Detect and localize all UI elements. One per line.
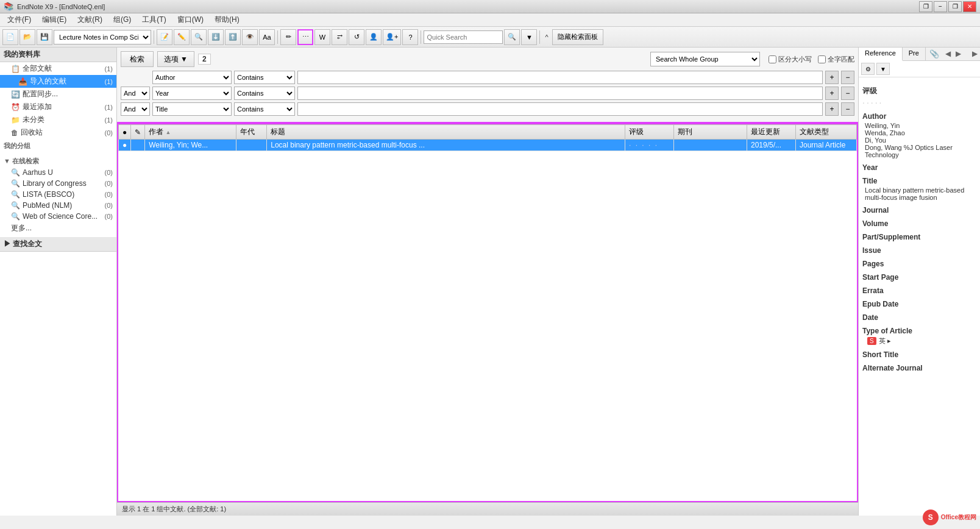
col-author[interactable]: 作者 ▲ — [145, 125, 236, 140]
hide-panel-btn[interactable]: 隐藏检索面板 — [552, 29, 603, 45]
results-area: ● ✎ 作者 ▲ 年代 标题 评级 期刊 最近更新 文献类型 ● — [117, 123, 858, 502]
case-sensitive-checkbox[interactable] — [769, 55, 776, 63]
find-replace-btn[interactable]: ⋯ — [297, 29, 313, 45]
col-type[interactable]: 文献类型 — [796, 125, 857, 140]
help-btn[interactable]: ? — [402, 29, 418, 45]
panel-arrow-left[interactable]: ◀ — [943, 48, 953, 60]
window-restore-btn[interactable]: ❐ — [919, 1, 932, 12]
quick-search-input[interactable] — [424, 30, 503, 44]
window-min-btn[interactable]: − — [934, 1, 947, 12]
row-journal — [674, 140, 747, 151]
match-btn[interactable]: ⥂ — [332, 29, 347, 45]
col-rating[interactable]: 评级 — [625, 125, 674, 140]
imported-label: 导入的文献 — [30, 76, 66, 87]
sidebar-item-all-refs[interactable]: 📋 全部文献 (1) — [0, 62, 116, 75]
search-value-1[interactable] — [297, 71, 823, 84]
menu-window[interactable]: 窗口(W) — [172, 13, 208, 26]
search-operator-2[interactable]: Contains — [234, 87, 295, 100]
export-btn[interactable]: ⬆️ — [225, 29, 241, 45]
title-field-value: Local binary pattern metric-based multi-… — [862, 186, 976, 201]
right-panel-toolbar: ⚙ ▼ — [859, 61, 980, 77]
search-remove-3-btn[interactable]: − — [841, 102, 854, 116]
search-option-btn[interactable]: 选项 ▼ — [157, 51, 194, 67]
tab-preview[interactable]: Pre — [903, 48, 926, 60]
menu-edit[interactable]: 编辑(E) — [37, 13, 71, 26]
sidebar-item-more[interactable]: 更多... — [0, 222, 116, 235]
col-updated[interactable]: 最近更新 — [747, 125, 796, 140]
search-remove-2-btn[interactable]: − — [841, 87, 854, 100]
user2-btn[interactable]: 👤+ — [383, 29, 401, 45]
sidebar-item-imported[interactable]: 📥 导入的文献 (1) — [0, 75, 116, 88]
toolbar: 📄 📂 💾 Lecture Notes in Comp Sci 📝 ✏️ 🔍 ⬇… — [0, 27, 980, 48]
sidebar-item-trash[interactable]: 🗑 回收站 (0) — [0, 126, 116, 139]
search-icon-btn[interactable]: 🔍 — [504, 29, 520, 45]
edit-ref-btn[interactable]: ✏️ — [174, 29, 190, 45]
right-panel-tabs: Reference Pre 📎 ◀ ▶ ▶ — [859, 48, 980, 61]
window-close-btn[interactable]: ✕ — [963, 1, 976, 12]
menu-group[interactable]: 组(G) — [108, 13, 136, 26]
search-field-1[interactable]: Author — [152, 71, 232, 84]
row-flag: ● — [119, 140, 131, 151]
search-value-2[interactable] — [297, 87, 823, 100]
sidebar-item-aarhus[interactable]: 🔍 Aarhus U (0) — [0, 167, 116, 178]
search-remove-1-btn[interactable]: − — [841, 71, 854, 84]
search-execute-btn[interactable]: 检索 — [121, 51, 154, 67]
office-watermark: S Office教程网 — [923, 509, 976, 525]
sidebar-item-sync[interactable]: 🔄 配置同步... — [0, 88, 116, 101]
search-value-3[interactable] — [297, 102, 823, 116]
open-library-btn[interactable]: 📂 — [20, 29, 35, 45]
sidebar-item-lista[interactable]: 🔍 LISTA (EBSCO) (0) — [0, 189, 116, 200]
panel-expand[interactable]: ▶ — [970, 48, 980, 60]
panel-arrow-right[interactable]: ▶ — [953, 48, 964, 60]
col-year[interactable]: 年代 — [236, 125, 267, 140]
new-ref-btn[interactable]: 📝 — [157, 29, 172, 45]
search-add-1-btn[interactable]: + — [825, 71, 839, 84]
search-field-2[interactable]: Year — [152, 87, 232, 100]
menu-tools[interactable]: 工具(T) — [137, 13, 171, 26]
tab-reference[interactable]: Reference — [859, 48, 903, 61]
title-bar: 📚 EndNote X9 - [EndNoteQ.enl] ❐ − ❐ ✕ — [0, 0, 980, 13]
sidebar-item-pubmed[interactable]: 🔍 PubMed (NLM) (0) — [0, 200, 116, 211]
menu-help[interactable]: 帮助(H) — [210, 13, 244, 26]
search-operator-1[interactable]: Contains — [234, 71, 295, 84]
save-btn[interactable]: 💾 — [37, 29, 52, 45]
user-btn[interactable]: 👤 — [366, 29, 382, 45]
search-field-3[interactable]: Title — [152, 102, 232, 116]
search-arrow-btn[interactable]: ▼ — [521, 29, 537, 45]
window-max-btn[interactable]: ❐ — [948, 1, 962, 12]
format-btn[interactable]: Aa — [259, 29, 275, 45]
whole-match-checkbox[interactable] — [818, 55, 826, 63]
search-operator-3[interactable]: Contains — [234, 102, 295, 116]
menu-file[interactable]: 文件(F) — [2, 13, 36, 26]
sidebar-item-wos[interactable]: 🔍 Web of Science Core... (0) — [0, 211, 116, 222]
library-dropdown[interactable]: Lecture Notes in Comp Sci — [54, 30, 151, 44]
pencil-btn[interactable]: ✏ — [280, 29, 296, 45]
clip-icon[interactable]: 📎 — [926, 48, 943, 60]
new-library-btn[interactable]: 📄 — [2, 29, 18, 45]
col-edit[interactable]: ✎ — [131, 125, 145, 140]
sidebar-item-loc[interactable]: 🔍 Library of Congress (0) — [0, 178, 116, 189]
search-logic-2[interactable]: And Or Not — [121, 87, 150, 100]
search-scope-select[interactable]: Search Whole Group — [650, 52, 760, 66]
whole-match-checkbox-label[interactable]: 全字匹配 — [818, 55, 854, 64]
col-journal[interactable]: 期刊 — [674, 125, 747, 140]
shuang-icon[interactable]: S — [867, 337, 876, 345]
search-logic-3[interactable]: And Or Not — [121, 102, 150, 116]
sidebar-item-uncat[interactable]: 📁 未分类 (1) — [0, 113, 116, 126]
table-row[interactable]: ● Weiling, Yin; We... Local binary patte… — [119, 140, 857, 151]
search-add-2-btn[interactable]: + — [825, 87, 839, 100]
panel-tool-2[interactable]: ▼ — [876, 63, 890, 75]
cite-btn[interactable]: W — [314, 29, 330, 45]
panel-tool-1[interactable]: ⚙ — [861, 63, 875, 75]
find-online-btn[interactable]: 🔍 — [191, 29, 207, 45]
col-title[interactable]: 标题 — [267, 125, 625, 140]
sync-btn[interactable]: ↺ — [349, 29, 364, 45]
preview-btn[interactable]: 👁️ — [242, 29, 258, 45]
menu-refs[interactable]: 文献(R) — [73, 13, 107, 26]
search-top-bar: 检索 选项 ▼ 2 Search Whole Group 区分大小写 — [121, 51, 854, 67]
sidebar-item-recent[interactable]: ⏰ 最近添加 (1) — [0, 101, 116, 113]
insert-ref-btn[interactable]: ⬇️ — [208, 29, 224, 45]
search-add-3-btn[interactable]: + — [825, 102, 839, 116]
case-sensitive-checkbox-label[interactable]: 区分大小写 — [769, 55, 812, 64]
col-flag[interactable]: ● — [119, 125, 131, 140]
